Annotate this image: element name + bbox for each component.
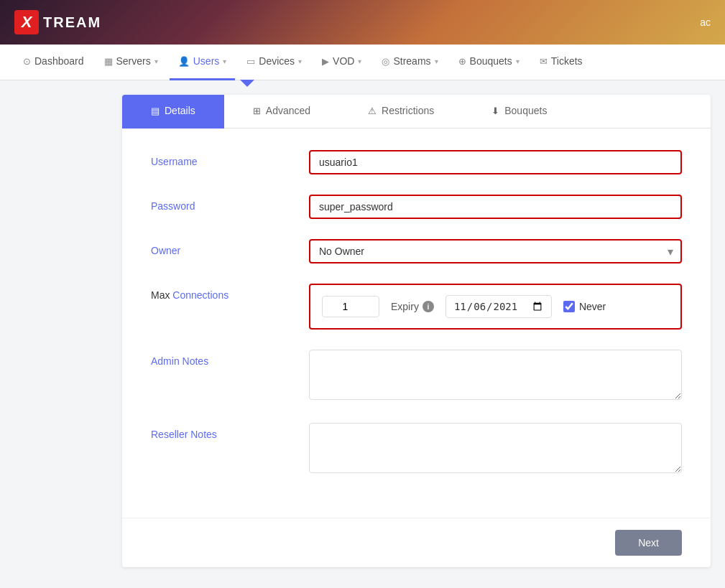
admin-notes-control: [309, 350, 682, 403]
tab-restrictions[interactable]: ⚠ Restrictions: [339, 95, 463, 129]
nav-vod[interactable]: ▶ VOD ▾: [313, 45, 370, 80]
password-control: [309, 195, 682, 219]
bouquets-chevron-icon: ▾: [516, 57, 519, 65]
reseller-notes-control: [309, 423, 682, 476]
tab-restrictions-label: Restrictions: [382, 105, 434, 116]
owner-select[interactable]: No Owner: [309, 239, 682, 263]
form-body: Username Password Owner No Owner: [122, 129, 711, 518]
users-chevron-icon: ▾: [223, 57, 226, 65]
reseller-notes-textarea[interactable]: [309, 423, 682, 473]
nav-tickets[interactable]: ✉ Tickets: [531, 45, 591, 80]
nav-streams-label: Streams: [393, 55, 430, 67]
devices-chevron-icon: ▾: [298, 57, 302, 65]
connections-wrap: Expiry i Never: [309, 284, 682, 330]
admin-notes-textarea[interactable]: [309, 350, 682, 400]
users-icon: 👤: [178, 56, 190, 67]
tab-advanced[interactable]: ⊞ Advanced: [224, 95, 339, 129]
user-form-card: ▤ Details ⊞ Advanced ⚠ Restrictions ⬇ Bo…: [122, 95, 711, 567]
card-footer: Next: [122, 518, 711, 567]
navbar: ⊙ Dashboard ▦ Servers ▾ 👤 Users ▾ ▭ Devi…: [0, 45, 725, 80]
vod-icon: ▶: [322, 56, 329, 67]
details-tab-icon: ▤: [151, 106, 160, 116]
reseller-notes-label: Reseller Notes: [151, 423, 309, 440]
nav-servers[interactable]: ▦ Servers ▾: [96, 45, 167, 80]
nav-streams[interactable]: ◎ Streams ▾: [373, 45, 446, 80]
dashboard-icon: ⊙: [23, 56, 31, 67]
servers-icon: ▦: [104, 56, 113, 67]
nav-servers-label: Servers: [116, 55, 151, 67]
owner-select-wrap: No Owner ▾: [309, 239, 682, 263]
logo-text: TREAM: [43, 14, 101, 31]
nav-users-label: Users: [193, 55, 220, 67]
max-connections-row: Max Connections Expiry i Never: [151, 284, 682, 330]
nav-dashboard[interactable]: ⊙ Dashboard: [14, 45, 93, 80]
vod-chevron-icon: ▾: [358, 57, 361, 65]
servers-chevron-icon: ▾: [154, 57, 158, 65]
max-connections-input[interactable]: [322, 296, 379, 317]
tickets-icon: ✉: [540, 56, 548, 67]
owner-label: Owner: [151, 239, 309, 256]
streams-chevron-icon: ▾: [435, 57, 438, 65]
tab-details-label: Details: [165, 105, 195, 116]
owner-control: No Owner ▾: [309, 239, 682, 263]
next-button[interactable]: Next: [615, 530, 682, 556]
max-connections-control: Expiry i Never: [309, 284, 682, 330]
logo: X TREAM: [14, 10, 101, 34]
username-row: Username: [151, 150, 682, 174]
logo-x-icon: X: [14, 10, 39, 34]
tab-details[interactable]: ▤ Details: [122, 95, 224, 129]
advanced-tab-icon: ⊞: [253, 106, 261, 116]
nav-devices-label: Devices: [259, 55, 295, 67]
users-dropdown-arrow: [240, 80, 254, 87]
nav-dashboard-label: Dashboard: [34, 55, 84, 67]
streams-icon: ◎: [382, 56, 389, 67]
nav-bouquets-label: Bouquets: [470, 55, 512, 67]
tab-bouquets-label: Bouquets: [504, 105, 547, 116]
nav-devices[interactable]: ▭ Devices ▾: [238, 45, 310, 80]
bouquets-tab-icon: ⬇: [491, 106, 499, 116]
form-tabs: ▤ Details ⊞ Advanced ⚠ Restrictions ⬇ Bo…: [122, 95, 711, 129]
expiry-info-icon[interactable]: i: [422, 301, 434, 312]
nav-bouquets[interactable]: ⊕ Bouquets ▾: [450, 45, 528, 80]
nav-tickets-label: Tickets: [551, 55, 583, 67]
devices-icon: ▭: [246, 56, 255, 67]
owner-row: Owner No Owner ▾: [151, 239, 682, 263]
restrictions-tab-icon: ⚠: [368, 106, 377, 116]
tab-advanced-label: Advanced: [266, 105, 310, 116]
username-label: Username: [151, 150, 309, 167]
tab-bouquets[interactable]: ⬇ Bouquets: [463, 95, 576, 129]
never-wrap: Never: [563, 301, 606, 312]
reseller-notes-row: Reseller Notes: [151, 423, 682, 476]
username-input[interactable]: [309, 150, 682, 174]
banner-user: ac: [700, 17, 711, 28]
admin-notes-label: Admin Notes: [151, 350, 309, 367]
main-content: ▤ Details ⊞ Advanced ⚠ Restrictions ⬇ Bo…: [0, 80, 725, 588]
bouquets-icon: ⊕: [458, 56, 466, 67]
admin-notes-row: Admin Notes: [151, 350, 682, 403]
password-label: Password: [151, 195, 309, 212]
nav-users[interactable]: 👤 Users ▾: [170, 45, 236, 80]
banner: X TREAM ac: [0, 0, 725, 45]
password-input[interactable]: [309, 195, 682, 219]
max-connections-label: Max Connections: [151, 284, 309, 301]
never-label: Never: [579, 301, 606, 312]
password-row: Password: [151, 195, 682, 219]
expiry-date-input[interactable]: [445, 295, 552, 318]
never-checkbox[interactable]: [563, 301, 575, 312]
username-control: [309, 150, 682, 174]
nav-vod-label: VOD: [333, 55, 354, 67]
expiry-label: Expiry i: [391, 301, 434, 312]
